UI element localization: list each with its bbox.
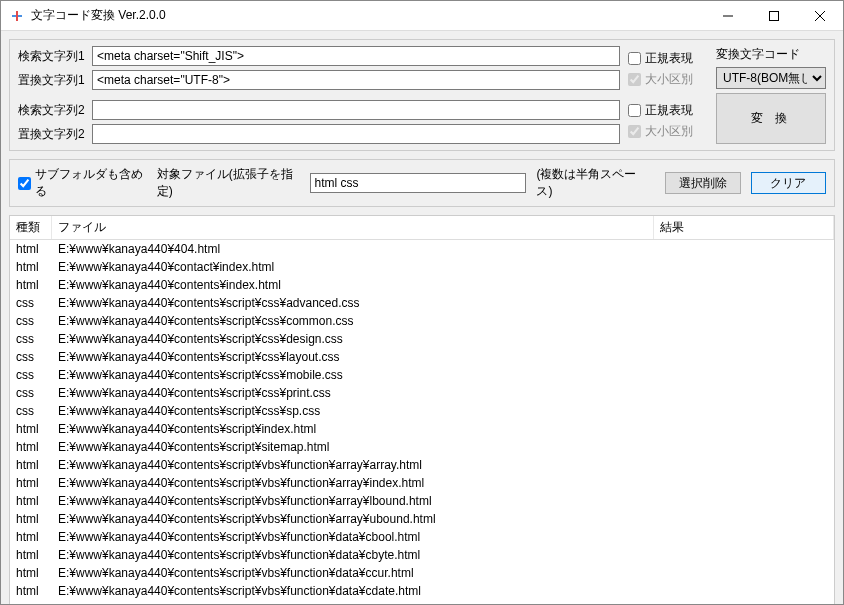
search2-label: 検索文字列2	[18, 102, 88, 119]
table-row[interactable]: cssE:¥www¥kanaya440¥contents¥script¥css¥…	[10, 294, 834, 312]
table-row[interactable]: htmlE:¥www¥kanaya440¥contents¥script¥vbs…	[10, 600, 834, 605]
search1-input[interactable]	[92, 46, 620, 66]
extension-hint: (複数は半角スペース)	[536, 166, 645, 200]
window-controls	[705, 1, 843, 30]
cell-result	[654, 241, 834, 257]
filter-panel: サブフォルダも含める 対象ファイル(拡張子を指定) (複数は半角スペース) 選択…	[9, 159, 835, 207]
cell-type: html	[10, 439, 52, 455]
cell-file: E:¥www¥kanaya440¥contents¥script¥vbs¥fun…	[52, 547, 654, 563]
cell-result	[654, 295, 834, 311]
titlebar: 文字コード変換 Ver.2.0.0	[1, 1, 843, 31]
table-row[interactable]: cssE:¥www¥kanaya440¥contents¥script¥css¥…	[10, 330, 834, 348]
table-row[interactable]: htmlE:¥www¥kanaya440¥contents¥script¥ind…	[10, 420, 834, 438]
table-row[interactable]: cssE:¥www¥kanaya440¥contents¥script¥css¥…	[10, 348, 834, 366]
cell-type: css	[10, 403, 52, 419]
table-row[interactable]: cssE:¥www¥kanaya440¥contents¥script¥css¥…	[10, 312, 834, 330]
cell-file: E:¥www¥kanaya440¥contact¥index.html	[52, 259, 654, 275]
cell-result	[654, 313, 834, 329]
window-title: 文字コード変換 Ver.2.0.0	[31, 7, 705, 24]
svg-rect-1	[16, 11, 18, 21]
cell-file: E:¥www¥kanaya440¥contents¥script¥css¥des…	[52, 331, 654, 347]
maximize-button[interactable]	[751, 1, 797, 30]
cell-result	[654, 529, 834, 545]
cell-result	[654, 439, 834, 455]
replace1-label: 置換文字列1	[18, 72, 88, 89]
table-row[interactable]: htmlE:¥www¥kanaya440¥contents¥script¥vbs…	[10, 492, 834, 510]
cell-type: html	[10, 457, 52, 473]
cell-file: E:¥www¥kanaya440¥contents¥script¥vbs¥fun…	[52, 493, 654, 509]
cell-file: E:¥www¥kanaya440¥contents¥script¥vbs¥fun…	[52, 529, 654, 545]
column-file-header[interactable]: ファイル	[52, 216, 654, 239]
delete-selection-button[interactable]: 選択削除	[665, 172, 740, 194]
table-row[interactable]: htmlE:¥www¥kanaya440¥contents¥script¥vbs…	[10, 564, 834, 582]
cell-result	[654, 601, 834, 605]
app-icon	[9, 8, 25, 24]
table-row[interactable]: cssE:¥www¥kanaya440¥contents¥script¥css¥…	[10, 402, 834, 420]
subfolder-checkbox[interactable]: サブフォルダも含める	[18, 166, 147, 200]
extension-input[interactable]	[310, 173, 527, 193]
cell-file: E:¥www¥kanaya440¥contents¥script¥vbs¥fun…	[52, 511, 654, 527]
cell-file: E:¥www¥kanaya440¥contents¥script¥vbs¥fun…	[52, 601, 654, 605]
regex1-checkbox[interactable]: 正規表現	[628, 50, 708, 67]
cell-result	[654, 277, 834, 293]
replace2-label: 置換文字列2	[18, 126, 88, 143]
encoding-label: 変換文字コード	[716, 46, 826, 63]
table-row[interactable]: htmlE:¥www¥kanaya440¥contents¥script¥sit…	[10, 438, 834, 456]
case2-checkbox: 大小区別	[628, 123, 708, 140]
cell-type: html	[10, 529, 52, 545]
encoding-select[interactable]: UTF-8(BOM無し)	[716, 67, 826, 89]
table-row[interactable]: cssE:¥www¥kanaya440¥contents¥script¥css¥…	[10, 384, 834, 402]
cell-type: css	[10, 385, 52, 401]
cell-result	[654, 583, 834, 599]
cell-type: html	[10, 277, 52, 293]
cell-type: html	[10, 421, 52, 437]
cell-file: E:¥www¥kanaya440¥contents¥script¥css¥adv…	[52, 295, 654, 311]
cell-file: E:¥www¥kanaya440¥contents¥script¥vbs¥fun…	[52, 457, 654, 473]
cell-result	[654, 349, 834, 365]
search2-input[interactable]	[92, 100, 620, 120]
cell-file: E:¥www¥kanaya440¥contents¥script¥css¥mob…	[52, 367, 654, 383]
table-row[interactable]: htmlE:¥www¥kanaya440¥contents¥script¥vbs…	[10, 528, 834, 546]
svg-rect-3	[770, 11, 779, 20]
file-list-body[interactable]: htmlE:¥www¥kanaya440¥404.htmlhtmlE:¥www¥…	[10, 240, 834, 605]
table-row[interactable]: htmlE:¥www¥kanaya440¥contents¥script¥vbs…	[10, 456, 834, 474]
table-row[interactable]: htmlE:¥www¥kanaya440¥contents¥script¥vbs…	[10, 546, 834, 564]
cell-file: E:¥www¥kanaya440¥contents¥script¥sitemap…	[52, 439, 654, 455]
cell-type: css	[10, 367, 52, 383]
cell-file: E:¥www¥kanaya440¥contents¥script¥vbs¥fun…	[52, 475, 654, 491]
replace2-input[interactable]	[92, 124, 620, 144]
cell-type: html	[10, 511, 52, 527]
table-row[interactable]: htmlE:¥www¥kanaya440¥contents¥script¥vbs…	[10, 510, 834, 528]
table-row[interactable]: htmlE:¥www¥kanaya440¥404.html	[10, 240, 834, 258]
cell-file: E:¥www¥kanaya440¥contents¥script¥css¥com…	[52, 313, 654, 329]
cell-file: E:¥www¥kanaya440¥contents¥script¥css¥pri…	[52, 385, 654, 401]
search-replace-panel: 検索文字列1 置換文字列1 検索文字列2 置換文字列2 正規表現 大小区別 正規…	[9, 39, 835, 151]
cell-result	[654, 511, 834, 527]
column-result-header[interactable]: 結果	[654, 216, 834, 239]
search1-label: 検索文字列1	[18, 48, 88, 65]
cell-file: E:¥www¥kanaya440¥contents¥script¥vbs¥fun…	[52, 583, 654, 599]
table-row[interactable]: htmlE:¥www¥kanaya440¥contact¥index.html	[10, 258, 834, 276]
clear-button[interactable]: クリア	[751, 172, 826, 194]
convert-button[interactable]: 変 換	[716, 93, 826, 144]
cell-result	[654, 457, 834, 473]
cell-type: css	[10, 331, 52, 347]
cell-type: css	[10, 313, 52, 329]
cell-type: html	[10, 565, 52, 581]
table-row[interactable]: htmlE:¥www¥kanaya440¥contents¥script¥vbs…	[10, 474, 834, 492]
replace1-input[interactable]	[92, 70, 620, 90]
column-type-header[interactable]: 種類	[10, 216, 52, 239]
regex2-checkbox[interactable]: 正規表現	[628, 102, 708, 119]
cell-result	[654, 367, 834, 383]
cell-file: E:¥www¥kanaya440¥contents¥index.html	[52, 277, 654, 293]
cell-type: css	[10, 295, 52, 311]
cell-type: html	[10, 475, 52, 491]
minimize-button[interactable]	[705, 1, 751, 30]
table-row[interactable]: cssE:¥www¥kanaya440¥contents¥script¥css¥…	[10, 366, 834, 384]
table-row[interactable]: htmlE:¥www¥kanaya440¥contents¥index.html	[10, 276, 834, 294]
table-row[interactable]: htmlE:¥www¥kanaya440¥contents¥script¥vbs…	[10, 582, 834, 600]
file-list-panel: 種類 ファイル 結果 htmlE:¥www¥kanaya440¥404.html…	[9, 215, 835, 605]
extension-label: 対象ファイル(拡張子を指定)	[157, 166, 300, 200]
cell-result	[654, 403, 834, 419]
close-button[interactable]	[797, 1, 843, 30]
